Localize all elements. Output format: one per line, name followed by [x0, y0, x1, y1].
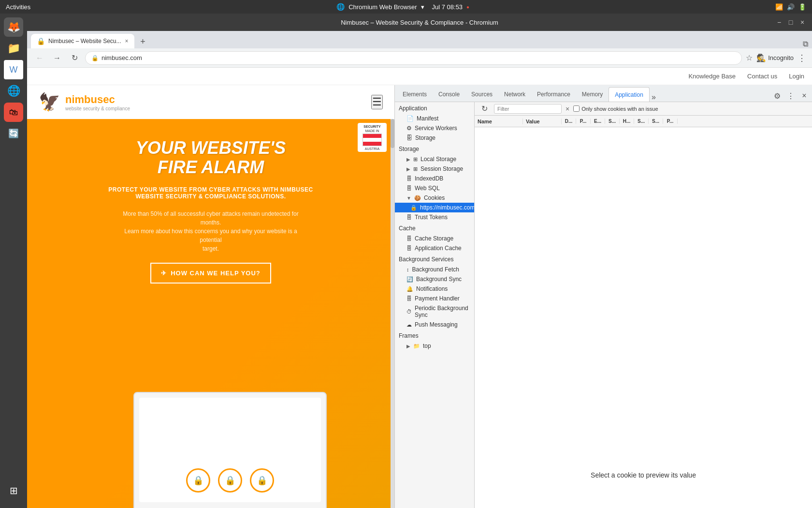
sidebar-item-cache-storage[interactable]: 🗄 Cache Storage: [395, 234, 474, 243]
tab-network-label: Network: [504, 91, 525, 98]
tab-application[interactable]: Application: [609, 87, 650, 102]
bookmark-button[interactable]: ☆: [746, 53, 753, 62]
dock-icon-chromium[interactable]: 🌐: [4, 81, 23, 101]
dock-icon-files[interactable]: 📁: [4, 39, 23, 58]
restore-button[interactable]: ⧉: [803, 40, 808, 48]
close-button[interactable]: ×: [798, 18, 806, 26]
trust-tokens-label: Trust Tokens: [415, 214, 448, 221]
sidebar-section-application: Application: [395, 102, 474, 114]
only-issue-checkbox-label[interactable]: Only show cookies with an issue: [573, 105, 658, 112]
tab-sources-label: Sources: [471, 91, 493, 98]
hamburger-menu-button[interactable]: ☰: [371, 95, 383, 109]
col-p2-header: P...: [663, 119, 678, 124]
frames-label: top: [423, 343, 431, 349]
dock-icon-update[interactable]: 🔄: [4, 124, 23, 143]
filter-clear-button[interactable]: ×: [566, 105, 569, 113]
service-workers-icon: ⚙: [406, 125, 412, 132]
service-workers-label: Service Workers: [415, 125, 457, 132]
sidebar-item-app-cache[interactable]: 🗄 Application Cache: [395, 243, 474, 253]
devtools-panel: Elements Console Sources Network Perform…: [394, 85, 812, 508]
os-topbar: Activities 🌐 Chromium Web Browser ▾ Jul …: [0, 0, 812, 14]
manifest-icon: 📄: [406, 115, 414, 122]
devtools-body: Application 📄 Manifest ⚙ Service Workers…: [395, 102, 812, 508]
browser-menu-button[interactable]: ⋮: [798, 53, 806, 63]
back-button[interactable]: ←: [33, 51, 46, 65]
hero-subtitle: PROTECT YOUR WEBSITE FROM CYBER ATTACKS …: [108, 186, 313, 200]
sidebar-item-session-storage[interactable]: ▶ ⊞ Session Storage: [395, 164, 474, 174]
frames-arrow: ▶: [406, 344, 410, 349]
devtools-tab-actions: ⚙ ⋮ ×: [771, 90, 812, 102]
dock-icon-apps[interactable]: ⊞: [4, 481, 23, 500]
local-storage-arrow: ▶: [406, 157, 410, 162]
browser-titlebar: Nimbusec – Website Security & Compliance…: [27, 14, 812, 31]
tab-network[interactable]: Network: [498, 87, 531, 102]
new-tab-button[interactable]: +: [136, 35, 150, 48]
app-dropdown-icon[interactable]: ▾: [421, 3, 424, 11]
sidebar-item-payment-handler[interactable]: 🗄 Payment Handler: [395, 294, 474, 303]
sidebar-item-top-frame[interactable]: ▶ 📁 top: [395, 341, 474, 351]
web-sql-icon: 🗄: [406, 185, 412, 191]
col-d-header: D...: [562, 119, 576, 124]
tab-bar: 🔒 Nimbusec – Website Secu... × + ⧉: [27, 31, 812, 48]
tab-close-button[interactable]: ×: [125, 38, 129, 45]
tab-overflow-button[interactable]: »: [650, 93, 658, 102]
nav-contact-us[interactable]: Contact us: [747, 73, 777, 80]
cta-button[interactable]: ✈ HOW CAN WE HELP YOU?: [150, 263, 271, 284]
tab-console[interactable]: Console: [433, 87, 465, 102]
tab-memory-label: Memory: [582, 91, 603, 98]
filter-input[interactable]: [494, 104, 562, 114]
sidebar-item-cookies[interactable]: ▼ 🍪 Cookies: [395, 193, 474, 203]
tab-performance[interactable]: Performance: [531, 87, 576, 102]
hero-visual: 🔒 🔒 🔒: [90, 373, 332, 508]
sidebar-item-local-storage[interactable]: ▶ ⊞ Local Storage: [395, 154, 474, 164]
sidebar-item-periodic-bg-sync[interactable]: ⏱ Periodic Background Sync: [395, 303, 474, 320]
col-h-header: H...: [620, 119, 634, 124]
cookies-empty-area: Select a cookie to preview its value: [475, 127, 812, 508]
devtools-main: ↻ × Only show cookies with an issue Name…: [475, 102, 812, 508]
dock-icon-writer[interactable]: W: [4, 60, 23, 79]
cta-label: HOW CAN WE HELP YOU?: [171, 269, 261, 277]
sidebar-item-trust-tokens[interactable]: 🗄 Trust Tokens: [395, 212, 474, 222]
sidebar-item-bg-sync[interactable]: 🔄 Background Sync: [395, 274, 474, 284]
sidebar-item-bg-fetch[interactable]: ↕ Background Fetch: [395, 265, 474, 274]
reload-button[interactable]: ↻: [68, 51, 81, 65]
devtools-settings-button[interactable]: ⚙: [771, 90, 783, 102]
nav-knowledge-base[interactable]: Knowledge Base: [688, 73, 736, 80]
maximize-button[interactable]: □: [787, 18, 795, 26]
refresh-cookies-button[interactable]: ↻: [478, 103, 490, 115]
sidebar-item-notifications[interactable]: 🔔 Notifications: [395, 284, 474, 294]
bg-sync-icon: 🔄: [406, 276, 413, 283]
tab-elements[interactable]: Elements: [397, 87, 433, 102]
sidebar-item-storage[interactable]: 🗄 Storage: [395, 133, 474, 143]
sidebar-item-web-sql[interactable]: 🗄 Web SQL: [395, 183, 474, 193]
tab-memory[interactable]: Memory: [576, 87, 609, 102]
minimize-button[interactable]: −: [775, 18, 783, 26]
browser-tab[interactable]: 🔒 Nimbusec – Website Secu... ×: [31, 34, 134, 48]
incognito-button[interactable]: 🕵️ Incognito: [756, 53, 794, 62]
hero-body: More than 50% of all successful cyber at…: [114, 209, 307, 253]
push-messaging-label: Push Messaging: [415, 321, 458, 328]
forward-button[interactable]: →: [50, 51, 64, 65]
tab-application-label: Application: [615, 91, 643, 98]
dock-icon-firefox[interactable]: 🦊: [4, 17, 23, 37]
url-bar[interactable]: 🔒 nimbusec.com: [85, 51, 742, 65]
tab-sources[interactable]: Sources: [465, 87, 498, 102]
logo-bird-icon: 🦅: [39, 92, 60, 112]
nav-login[interactable]: Login: [789, 73, 804, 80]
sidebar-item-service-workers[interactable]: ⚙ Service Workers: [395, 123, 474, 133]
notifications-label: Notifications: [416, 285, 448, 292]
os-topbar-left: Activities: [6, 3, 30, 11]
sidebar-item-push-messaging[interactable]: ☁ Push Messaging: [395, 320, 474, 329]
austria-flag: [362, 134, 382, 146]
system-tray-network: 📶: [775, 3, 783, 11]
dock-icon-software[interactable]: 🛍: [4, 103, 23, 122]
sidebar-item-indexed-db[interactable]: 🗄 IndexedDB: [395, 174, 474, 183]
tab-console-label: Console: [438, 91, 460, 98]
sidebar-item-nimbusec-cookie[interactable]: 🔒 https://nimbusec.com: [395, 203, 474, 212]
website-scrollbar[interactable]: [391, 119, 394, 508]
activities-label[interactable]: Activities: [6, 3, 30, 11]
sidebar-item-manifest[interactable]: 📄 Manifest: [395, 114, 474, 123]
only-issue-checkbox[interactable]: [573, 105, 580, 112]
devtools-close-button[interactable]: ×: [798, 90, 810, 102]
devtools-more-button[interactable]: ⋮: [785, 90, 797, 102]
